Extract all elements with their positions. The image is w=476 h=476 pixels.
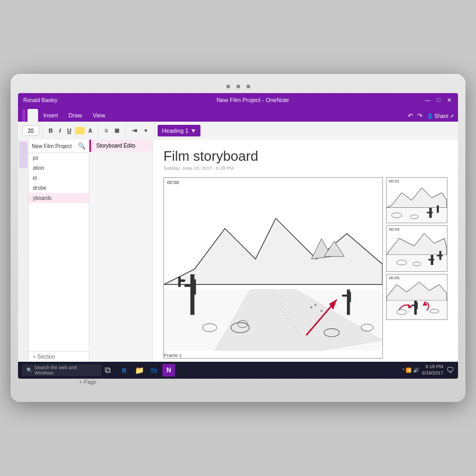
window-controls: — □ ✕ <box>424 96 453 104</box>
svg-rect-48 <box>416 302 418 309</box>
close-button[interactable]: ✕ <box>445 96 453 104</box>
thumb-frame-3: 00:05 <box>386 274 447 320</box>
camera-dot <box>226 85 230 88</box>
main-layout: New Film Project 🔍 ps ation el drobe ybo… <box>18 140 458 362</box>
title-bar-user: Ronald Baxley <box>23 97 87 103</box>
thumb-frame-2: 00:03 <box>386 225 447 271</box>
explorer-icon[interactable]: 📁 <box>133 364 145 377</box>
sensor-dot <box>246 85 250 88</box>
text-color-button[interactable]: A <box>86 125 95 136</box>
style-dropdown-arrow: ▼ <box>190 127 196 134</box>
store-icon[interactable]: 🛍 <box>148 364 160 377</box>
svg-rect-12 <box>178 277 181 287</box>
tab-insert[interactable]: Insert <box>38 109 63 122</box>
taskbar-search-label: Search the web and Windows <box>34 365 97 376</box>
svg-rect-14 <box>342 295 350 297</box>
svg-rect-40 <box>437 255 443 257</box>
clock: 6:18 PM 6/18/2017 <box>422 364 443 376</box>
list-group: ≡ ≣ <box>102 124 126 138</box>
thumb-svg-2 <box>387 226 447 271</box>
format-group: B I U A <box>46 124 98 138</box>
camera-bar <box>18 81 458 91</box>
sidebar-search-bar: New Film Project 🔍 <box>29 140 89 153</box>
sidebar-bottom: + Section <box>29 351 89 362</box>
main-frame-timestamp: 00:00 <box>167 180 179 185</box>
taskbar-search[interactable]: 🔍 Search the web and Windows <box>22 364 102 376</box>
thumb-timestamp-2: 00:03 <box>389 227 399 232</box>
indent-group: ⇥ ▼ <box>129 124 154 138</box>
bullets-button[interactable]: ≡ <box>102 125 111 136</box>
svg-rect-30 <box>427 212 433 214</box>
undo-icon[interactable]: ↶ <box>408 112 413 120</box>
sidebar-item-el[interactable]: el <box>29 173 89 183</box>
sidebar-item-drobe[interactable]: drobe <box>29 183 89 193</box>
minimize-button[interactable]: — <box>424 96 432 104</box>
taskbar-right: ^ 📶 🔊 6:18 PM 6/18/2017 🗨 <box>402 364 454 376</box>
storyboard-grid: 00:00 <box>163 177 447 359</box>
taskbar-app-icons: e 📁 🛍 N <box>118 364 175 377</box>
redo-icon[interactable]: ↷ <box>417 112 423 120</box>
onenote-icon[interactable]: N <box>162 364 175 377</box>
microphone-dot <box>236 85 240 88</box>
thumb-svg-1 <box>387 178 447 223</box>
italic-button[interactable]: I <box>57 125 63 136</box>
svg-rect-15 <box>349 292 351 302</box>
tab-draw[interactable]: Draw <box>63 109 88 122</box>
main-frame-label: Frame 1 <box>164 353 382 358</box>
svg-point-23 <box>310 306 313 308</box>
sidebar-item-ation[interactable]: ation <box>29 163 89 173</box>
device: Ronald Baxley New Film Project - OneNote… <box>11 74 465 402</box>
file-tab-indicator <box>22 109 25 122</box>
style-label: Heading 1 <box>162 127 188 134</box>
svg-rect-31 <box>437 205 439 213</box>
thumb-timestamp-3: 00:05 <box>389 276 399 280</box>
notebook-sidebar: New Film Project 🔍 ps ation el drobe ybo… <box>29 140 89 362</box>
page-storyboard-edits[interactable]: Storyboard Edits <box>89 140 152 152</box>
underline-button[interactable]: U <box>65 125 74 136</box>
task-view-icon[interactable]: ⧉ <box>105 365 111 375</box>
taskbar: 🔍 Search the web and Windows ⧉ e 📁 🛍 N ^… <box>18 362 458 379</box>
numbering-button[interactable]: ≣ <box>112 125 122 136</box>
section-tab-1[interactable] <box>19 142 28 168</box>
svg-point-25 <box>321 310 323 312</box>
indent-dropdown[interactable]: ▼ <box>141 125 151 136</box>
person-icon: 👤 <box>427 113 433 119</box>
notebook-name: New Film Project <box>32 143 76 149</box>
add-section-button[interactable]: + Section <box>33 354 55 360</box>
left-sidebar-tabs <box>18 140 29 362</box>
font-size-group <box>22 124 43 138</box>
time-text: 6:18 PM <box>422 364 443 370</box>
share-arrow-icon: ↗ <box>450 113 454 119</box>
content-area: Film storyboard Sunday, June 18, 2017 · … <box>153 140 458 362</box>
ribbon-tabs: Insert Draw View ↶ ↷ 👤 Share ↗ <box>18 107 458 122</box>
indent-button[interactable]: ⇥ <box>129 125 140 136</box>
sidebar-item-yboards[interactable]: yboards <box>29 193 89 203</box>
page-date: Sunday, June 18, 2017 · 6:18 PM <box>163 166 447 171</box>
main-frame: 00:00 <box>163 177 383 359</box>
bold-button[interactable]: B <box>46 125 56 136</box>
thumb-svg-3 <box>387 274 447 319</box>
search-icon[interactable]: 🔍 <box>78 142 86 150</box>
screen: Ronald Baxley New Film Project - OneNote… <box>18 93 458 379</box>
ribbon-toolbar: B I U A ≡ ≣ ⇥ ▼ Heading 1 ▼ <box>18 122 458 140</box>
main-storyboard-svg <box>164 178 382 351</box>
thumb-frame-1: 00:01 <box>386 177 447 223</box>
notification-icon[interactable]: 🗨 <box>446 366 454 374</box>
share-button[interactable]: Share <box>434 113 448 119</box>
svg-marker-36 <box>387 255 447 271</box>
svg-rect-38 <box>428 259 434 261</box>
style-dropdown[interactable]: Heading 1 ▼ <box>158 125 200 136</box>
svg-point-24 <box>314 304 316 306</box>
sidebar-item-ps[interactable]: ps <box>29 153 89 163</box>
edge-icon[interactable]: e <box>118 364 131 377</box>
date-text: 6/18/2017 <box>422 370 443 377</box>
tab-home[interactable] <box>28 109 38 122</box>
title-bar-title: New Film Project - OneNote <box>217 97 289 103</box>
share-area: 👤 Share ↗ <box>427 113 454 119</box>
restore-button[interactable]: □ <box>435 96 442 104</box>
search-icon: 🔍 <box>26 368 32 373</box>
highlight-button[interactable] <box>75 127 85 134</box>
font-size-input[interactable] <box>22 125 39 136</box>
page-title: Film storyboard <box>163 148 447 164</box>
tab-view[interactable]: View <box>87 109 111 122</box>
